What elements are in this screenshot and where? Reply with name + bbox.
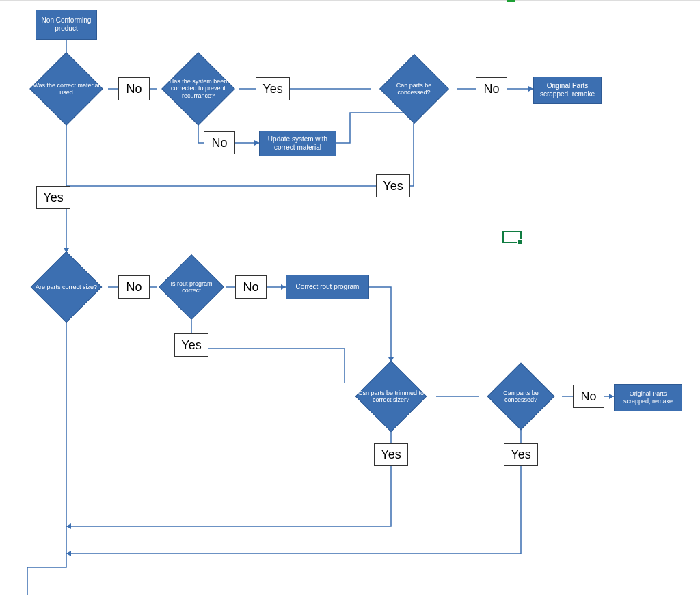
node-label: Csn parts be trimmed to correct sizer? [355, 390, 427, 404]
edge-label-no: No [235, 275, 267, 299]
edge-label-no: No [476, 77, 507, 100]
edge-label-yes: Yes [36, 186, 70, 209]
node-correct-rout[interactable]: Correct rout program [286, 275, 369, 299]
node-decision-size[interactable]: Are parts correct size? [25, 253, 108, 321]
node-scrap-1[interactable]: Original Parts scrapped, remake [533, 77, 602, 104]
edge-label-yes: Yes [256, 77, 290, 100]
node-label: Was the correct material used [33, 82, 100, 96]
node-decision-concessed-1[interactable]: Can parts be concessed? [371, 55, 457, 123]
node-update-system[interactable]: Update system with correct material [259, 131, 336, 156]
node-start[interactable]: Non Conforming product [36, 10, 97, 40]
flowchart-canvas: Non Conforming product Was the correct m… [0, 0, 700, 600]
edge-label-yes: Yes [504, 443, 538, 466]
node-label: Has the system been corrected to prevent… [165, 78, 232, 99]
edge-label-no: No [573, 385, 604, 408]
divider [0, 0, 700, 1]
edge-label-no: No [118, 275, 150, 299]
node-label: Can parts be concessed? [380, 82, 448, 96]
edge-label-yes: Yes [374, 443, 408, 466]
node-decision-rout[interactable]: Is rout program correct [157, 255, 226, 319]
node-label: Can parts be concessed? [487, 390, 554, 404]
edge-label-no: No [118, 77, 150, 100]
node-scrap-2[interactable]: Original Parts scrapped, remake [614, 384, 682, 411]
node-decision-concessed-2[interactable]: Can parts be concessed? [479, 364, 563, 429]
node-decision-system[interactable]: Has the system been corrected to prevent… [157, 53, 240, 124]
node-label: Are parts correct size? [33, 284, 100, 290]
selected-cell-indicator[interactable] [502, 231, 522, 243]
node-decision-material[interactable]: Was the correct material used [25, 53, 108, 124]
accent-mark [507, 0, 515, 2]
edge-label-yes: Yes [376, 174, 410, 197]
node-label: Is rout program correct [163, 280, 219, 295]
node-decision-trim[interactable]: Csn parts be trimmed to correct sizer? [346, 362, 436, 431]
edge-label-yes: Yes [174, 333, 208, 357]
edge-label-no: No [204, 131, 235, 154]
